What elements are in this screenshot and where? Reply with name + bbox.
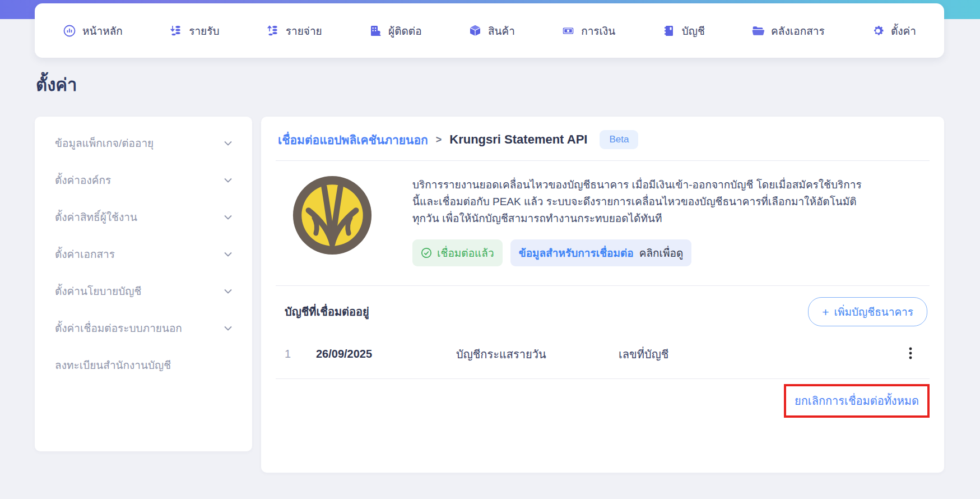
status-badges-row: เชื่อมต่อแล้ว ข้อมูลสำหรับการเชื่อมต่อ ค…	[412, 239, 866, 266]
nav-label: การเงิน	[581, 22, 615, 39]
nav-item-finance[interactable]: การเงิน	[561, 22, 615, 39]
annotation-highlight-box: ยกเลิกการเชื่อมต่อทั้งหมด	[784, 384, 930, 418]
contacts-icon	[369, 24, 382, 38]
sidebar-item-external-integrations[interactable]: ตั้งค่าเชื่อมต่อระบบภายนอก	[35, 309, 252, 346]
sidebar-item-user-permissions[interactable]: ตั้งค่าสิทธิ์ผู้ใช้งาน	[35, 198, 252, 235]
divider	[276, 378, 930, 379]
chevron-down-icon	[224, 252, 232, 257]
sidebar-item-package-renewal[interactable]: ข้อมูลแพ็กเกจ/ต่ออายุ	[35, 124, 252, 161]
nav-label: รายจ่าย	[286, 22, 322, 39]
check-circle-icon	[421, 247, 432, 258]
add-bank-account-button[interactable]: + เพิ่มบัญชีธนาคาร	[808, 297, 927, 326]
expense-icon	[266, 24, 280, 38]
connection-info-badge[interactable]: ข้อมูลสำหรับการเชื่อมต่อ คลิกเพื่อดู	[510, 239, 692, 266]
cancel-all-connections-link[interactable]: ยกเลิกการเชื่อมต่อทั้งหมด	[795, 395, 919, 407]
chevron-down-icon	[224, 141, 232, 146]
sidebar-item-label: ตั้งค่านโยบายบัญชี	[55, 283, 141, 299]
connected-status-badge: เชื่อมต่อแล้ว	[412, 239, 503, 266]
nav-item-home[interactable]: หน้าหลัก	[63, 22, 123, 39]
plus-icon: +	[822, 306, 829, 318]
row-account-type: บัญชีกระแสรายวัน	[456, 345, 619, 363]
nav-label: รายรับ	[189, 22, 219, 39]
settings-sidebar: ข้อมูลแพ็กเกจ/ต่ออายุ ตั้งค่าองค์กร ตั้ง…	[35, 117, 252, 451]
integration-description: บริการรายงานยอดเคลื่อนไหวของบัญชีธนาคาร …	[412, 177, 866, 227]
integration-description-block: บริการรายงานยอดเคลื่อนไหวของบัญชีธนาคาร …	[412, 174, 866, 266]
income-icon	[169, 24, 183, 38]
row-account-number-label: เลขที่บัญชี	[619, 345, 894, 363]
sidebar-item-organization[interactable]: ตั้งค่าองค์กร	[35, 161, 252, 198]
card-footer: ยกเลิกการเชื่อมต่อทั้งหมด	[276, 380, 930, 418]
documents-icon	[751, 24, 765, 38]
nav-label: ตั้งค่า	[891, 22, 916, 39]
breadcrumb-separator: >	[436, 134, 442, 146]
integration-detail-card: เชื่อมต่อแอปพลิเคชันภายนอก > Krungsri St…	[261, 117, 944, 473]
add-bank-account-label: เพิ่มบัญชีธนาคาร	[834, 303, 913, 320]
nav-label: หน้าหลัก	[82, 22, 123, 39]
products-icon	[468, 24, 482, 38]
sidebar-item-accounting-policy[interactable]: ตั้งค่านโยบายบัญชี	[35, 272, 252, 309]
nav-item-documents[interactable]: คลังเอกสาร	[751, 22, 825, 39]
page-title: ตั้งค่า	[36, 71, 77, 99]
dashboard-icon	[63, 24, 76, 38]
beta-badge: Beta	[600, 130, 638, 149]
connected-accounts-title: บัญชีที่เชื่อมต่ออยู่	[285, 303, 369, 321]
row-date: 26/09/2025	[316, 348, 456, 361]
chevron-down-icon	[224, 289, 232, 294]
nav-item-expense[interactable]: รายจ่าย	[266, 22, 322, 39]
top-navigation-bar: หน้าหลัก รายรับ รายจ่าย	[35, 3, 944, 58]
nav-label: บัญชี	[682, 22, 705, 39]
sidebar-item-documents[interactable]: ตั้งค่าเอกสาร	[35, 235, 252, 272]
row-kebab-menu-button[interactable]	[904, 344, 917, 364]
breadcrumb: เชื่อมต่อแอปพลิเคชันภายนอก > Krungsri St…	[276, 117, 930, 160]
nav-item-contacts[interactable]: ผู้ติดต่อ	[369, 22, 422, 39]
row-index: 1	[285, 348, 316, 361]
nav-item-accounting[interactable]: บัญชี	[662, 22, 705, 39]
sidebar-item-label: ข้อมูลแพ็กเกจ/ต่ออายุ	[55, 135, 154, 151]
sidebar-item-label: ตั้งค่าเอกสาร	[55, 246, 115, 262]
chevron-down-icon	[224, 326, 232, 331]
sidebar-item-label: ตั้งค่าสิทธิ์ผู้ใช้งาน	[55, 209, 137, 225]
connected-status-label: เชื่อมต่อแล้ว	[437, 244, 494, 261]
nav-item-products[interactable]: สินค้า	[468, 22, 515, 39]
connection-info-action: คลิกเพื่อดู	[639, 244, 684, 261]
breadcrumb-parent-link[interactable]: เชื่อมต่อแอปพลิเคชันภายนอก	[278, 131, 428, 149]
nav-label: สินค้า	[488, 22, 515, 39]
finance-icon	[561, 24, 575, 38]
chevron-down-icon	[224, 215, 232, 220]
settings-icon	[871, 24, 885, 38]
integration-profile-section: บริการรายงานยอดเคลื่อนไหวของบัญชีธนาคาร …	[276, 161, 930, 266]
nav-item-settings[interactable]: ตั้งค่า	[871, 22, 916, 39]
nav-label: ผู้ติดต่อ	[388, 22, 422, 39]
breadcrumb-current: Krungsri Statement API	[449, 132, 587, 147]
connection-info-label: ข้อมูลสำหรับการเชื่อมต่อ	[519, 244, 634, 261]
chevron-down-icon	[224, 178, 232, 183]
krungsri-logo	[291, 174, 373, 256]
sidebar-item-label: ตั้งค่าเชื่อมต่อระบบภายนอก	[55, 320, 182, 336]
connected-accounts-header: บัญชีที่เชื่อมต่ออยู่ + เพิ่มบัญชีธนาคาร	[276, 286, 930, 330]
kebab-icon	[909, 346, 912, 360]
sidebar-item-label: ตั้งค่าองค์กร	[55, 172, 111, 188]
nav-item-income[interactable]: รายรับ	[169, 22, 219, 39]
accounting-icon	[662, 24, 676, 38]
sidebar-item-label: ลงทะเบียนสำนักงานบัญชี	[55, 357, 171, 373]
nav-label: คลังเอกสาร	[771, 22, 825, 39]
sidebar-item-accounting-firm-registration[interactable]: ลงทะเบียนสำนักงานบัญชี	[35, 346, 252, 384]
table-row: 1 26/09/2025 บัญชีกระแสรายวัน เลขที่บัญช…	[276, 330, 930, 378]
